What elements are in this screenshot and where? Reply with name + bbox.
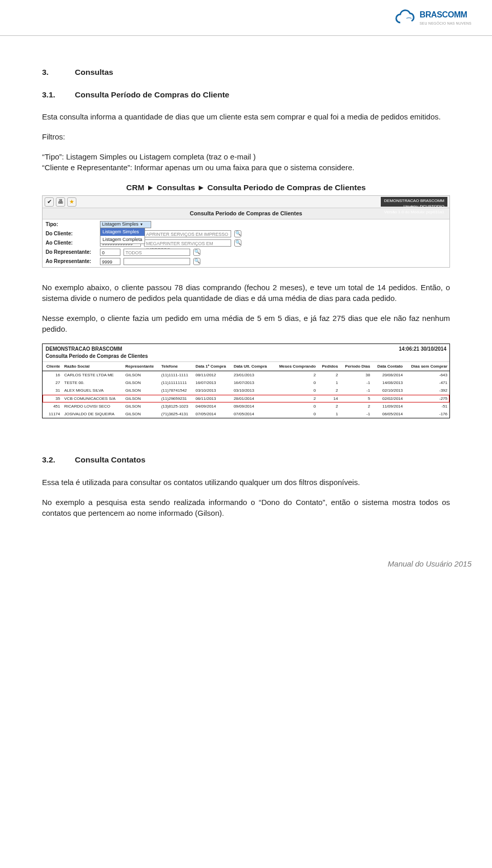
confirm-icon[interactable]: ✔ [45,197,54,207]
paragraph: No exemplo abaixo, o cliente passou 78 d… [42,282,450,304]
paragraph: Nesse exemplo, o cliente fazia um pedido… [42,313,450,334]
table-col: Dias sem Comprar [405,362,449,371]
tipo-label: Tipo: [46,221,97,228]
table-col: Telefone [159,362,194,371]
tipo-options[interactable]: Listagem Simples Listagem Completa [100,228,145,244]
ao-cliente-label: Ao Cliente: [46,239,97,247]
table-row: 11174JOSIVALDO DE SIQUEIRAGILSON(71)3625… [43,410,449,418]
table-col: Cliente [43,362,62,371]
ao-cliente-descr[interactable]: MEGAPRINTER SERVIÇOS EM IMPRESSO [144,239,231,247]
favorite-icon[interactable]: ★ [67,197,76,207]
table-col: Data 1ª Compra [193,362,231,371]
sys-env: DEMONSTRACAO BRASCOMM [384,198,444,204]
search-icon[interactable]: 🔍 [193,258,200,265]
paragraph: No exemplo a pesquisa esta sendo realiza… [42,497,450,518]
table-col: Data Ult. Compra [232,362,273,371]
table-col: Data Contato [372,362,405,371]
table-col: Meses Comprando [273,362,318,371]
filters-heading: Filtros: [42,131,450,142]
paragraph: “Tipo”: Listagem Simples ou Listagem com… [42,151,450,173]
table-row: 16CARLOS TESTE LTDA MEGILSON(11)1111-111… [43,371,449,379]
paragraph: Esta consulta informa a quantidade de di… [42,111,450,122]
page-footer: Manual do Usuário 2015 [0,528,492,569]
search-icon[interactable]: 🔍 [234,239,241,247]
filter-screenshot: ✔ 🖶 ★ DEMONSTRACAO BRASCOMM Usuário: DCU… [42,195,450,268]
nav-breadcrumb: CRM ► Consultas ► Consulta Periodo de Co… [42,182,450,193]
table-row: 27TESTE 00.GILSON(11)1111111116/07/20131… [43,379,449,387]
report-timestamp: 14:06:21 30/10/2014 [399,346,446,360]
ao-rep-descr[interactable] [124,258,190,265]
table-col: Pedidos [318,362,340,371]
report-table: ClienteRazão SocialRepresentanteTelefone… [43,362,449,418]
table-row: 35VCB COMUNICACOES S/AGILSON(11)29659231… [43,395,449,402]
paragraph: Essa tela é utilizada para consultar os … [42,477,450,488]
sys-user: Usuário: DCUSTODIO [384,204,444,209]
sys-version: Versão 1.0 do Módulo: pcp031a1 [384,209,444,215]
do-rep-code[interactable]: 0 [100,249,120,256]
print-icon[interactable]: 🖶 [56,197,65,207]
page-header: BRASCOMM SEU NEGÓCIO NAS NUVENS [0,0,492,36]
section-3-heading: 3. Consultas [42,67,450,78]
table-col: Razão Social [62,362,123,371]
search-icon[interactable]: 🔍 [193,249,200,256]
document-body: 3. Consultas 3.1. Consulta Período de Co… [0,36,492,518]
table-row: 451RICARDO LOVISI SECOGILSON(13)8125-102… [43,402,449,410]
cloud-icon [394,9,417,27]
report-env: DEMONSTRACAO BRASCOMM [46,346,148,353]
tipo-select[interactable]: Listagem Simples [100,221,151,228]
report-screenshot: DEMONSTRACAO BRASCOMM Consulta Período d… [42,344,450,418]
ao-rep-code[interactable]: 9999 [100,258,120,265]
ao-rep-label: Ao Representante: [46,258,97,265]
table-row: 31ALEX MIGUEL SILVAGILSON(11)7874154203/… [43,387,449,394]
do-rep-label: Do Representante: [46,249,97,256]
section-3-2-heading: 3.2. Consulta Contatos [42,454,450,466]
table-col: Periodo Dias [340,362,372,371]
brand-tagline: SEU NEGÓCIO NAS NUVENS [420,21,471,26]
brand-name: BRASCOMM [420,9,471,21]
search-icon[interactable]: 🔍 [234,230,241,237]
brand-logo: BRASCOMM SEU NEGÓCIO NAS NUVENS [394,9,471,27]
do-rep-descr[interactable]: TODOS [124,249,190,256]
section-3-1-heading: 3.1. Consulta Período de Compras do Clie… [42,89,450,100]
do-cliente-descr[interactable]: APRINTER SERVIÇOS EM IMPRESSO [144,230,231,237]
report-title: Consulta Período de Compras de Clientes [46,353,148,360]
do-cliente-label: Do Cliente: [46,230,97,237]
table-col: Representante [124,362,159,371]
